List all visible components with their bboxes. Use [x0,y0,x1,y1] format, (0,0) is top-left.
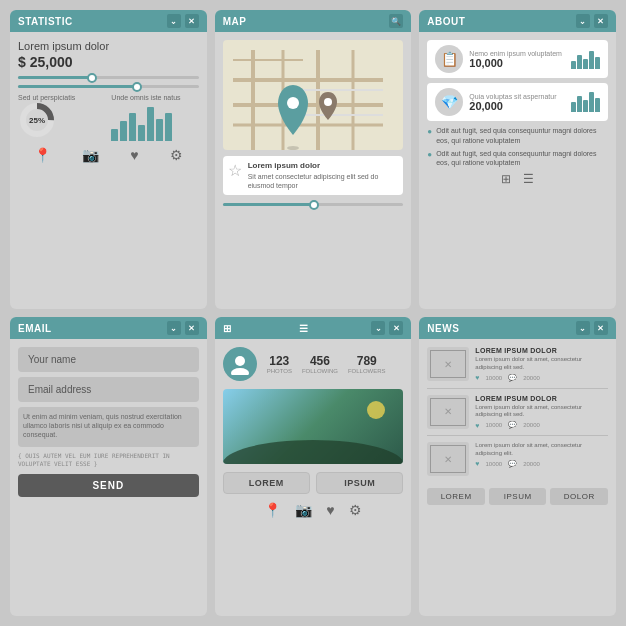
sun-element [367,401,385,419]
email-textarea[interactable]: Ut enim ad minim veniam, quis nostrud ex… [18,407,199,447]
gear-icon[interactable]: ⚙ [170,147,183,163]
photos-label: PHOTOS [267,368,292,374]
profile-action-btns: LOREM IPSUM [223,472,404,494]
about-list-icon[interactable]: ☰ [523,172,534,186]
map-search-icon[interactable]: 🔍 [389,14,403,28]
send-button[interactable]: SEND [18,474,199,497]
profile-info-row: 123 PHOTOS 456 FOLLOWING 789 FOLLOWERS [223,347,404,381]
profile-heart-icon[interactable]: ♥ [326,502,334,518]
photos-stat: 123 PHOTOS [267,354,292,374]
followers-label: FOLLOWERS [348,368,386,374]
about-item2: 💎 Quia voluptas sit aspernatur 20,000 [427,83,608,121]
news-thumb3 [427,442,469,476]
profile-close-icon[interactable]: ✕ [389,321,403,335]
location-icon[interactable]: 📍 [34,147,51,163]
profile-location-icon[interactable]: 📍 [264,502,281,518]
email-address-input[interactable]: Email address [18,377,199,402]
about-body: 📋 Nemo enim ipsum voluptatem 10,000 💎 Qu… [419,32,616,309]
about-item1: 📋 Nemo enim ipsum voluptatem 10,000 [427,40,608,78]
about-close-icon[interactable]: ✕ [594,14,608,28]
map-star-icon[interactable]: ☆ [228,161,242,190]
about-footer: ⊞ ☰ [427,172,608,186]
profile-camera-icon[interactable]: 📷 [295,502,312,518]
news-comment-icon1: 💬 [508,374,517,382]
statistic-title: STATISTIC [18,16,167,27]
news-item1: LOREM IPSUM DOLOR Lorem ipsum dolor sit … [427,347,608,389]
map-slider[interactable] [223,203,404,206]
lorem-button[interactable]: LOREM [223,472,310,494]
profile-gear-icon[interactable]: ⚙ [349,502,362,518]
statistic-chevron-icon[interactable]: ⌄ [167,14,181,28]
news-item3: Lorem ipsum dolor sit amet, consectetur … [427,442,608,482]
news-thumb2 [427,395,469,429]
news-content2: LOREM IPSUM DOLOR Lorem ipsum dolor sit … [475,395,608,430]
news-comment-icon3: 💬 [508,460,517,468]
news-title2: LOREM IPSUM DOLOR [475,395,608,402]
news-heart-icon3: ♥ [475,460,479,467]
about-num2: 20,000 [469,100,565,112]
profile-panel: ⊞ ☰ ⌄ ✕ 123 PHOTOS 456 FOLLO [215,317,412,616]
news-text2: Lorem ipsum dolor sit amet, consectetur … [475,404,608,420]
news-comment-icon2: 💬 [508,421,517,429]
email-body: Your name Email address Ut enim ad minim… [10,339,207,616]
news-close-icon[interactable]: ✕ [594,321,608,335]
news-panel: NEWS ⌄ ✕ LOREM IPSUM DOLOR Lorem ipsum d… [419,317,616,616]
news-item2: LOREM IPSUM DOLOR Lorem ipsum dolor sit … [427,395,608,437]
followers-stat: 789 FOLLOWERS [348,354,386,374]
statistic-header: STATISTIC ⌄ ✕ [10,10,207,32]
camera-icon[interactable]: 📷 [82,147,99,163]
profile-list-icon[interactable]: ☰ [299,323,371,334]
email-header: EMAIL ⌄ ✕ [10,317,207,339]
profile-photo [223,389,404,464]
stat-slider2[interactable] [18,85,199,88]
news-comments2: 20000 [523,422,540,428]
statistic-body: Lorem ipsum dolor $ 25,000 Sed ut perspi… [10,32,207,309]
stat-bar-chart [111,105,198,141]
stat-footer-icons: 📍 📷 ♥ ⚙ [18,147,199,163]
about-bars1 [571,49,600,69]
map-svg [223,40,404,150]
news-title: NEWS [427,323,576,334]
stat-slider1[interactable] [18,76,199,79]
svg-point-16 [231,368,249,375]
photo-silhouette [223,424,404,464]
ipsum-button[interactable]: IPSUM [316,472,403,494]
statistic-close-icon[interactable]: ✕ [185,14,199,28]
profile-avatar [223,347,257,381]
about-grid-icon[interactable]: ⊞ [501,172,511,186]
profile-header-icons: ⌄ ✕ [371,321,403,335]
email-header-icons: ⌄ ✕ [167,321,199,335]
about-title: ABOUT [427,16,576,27]
about-text1: Nemo enim ipsum voluptatem 10,000 [469,50,565,69]
news-lorem-btn[interactable]: LOREM [427,488,485,505]
bar7 [165,113,172,141]
email-close-icon[interactable]: ✕ [185,321,199,335]
news-dolor-btn[interactable]: DOLOR [550,488,608,505]
news-heart-icon1: ♥ [475,374,479,381]
stat-lorem-title: Lorem ipsum dolor [18,40,199,52]
stat-row: Sed ut perspiciatis 25% Unde omnis iste … [18,94,199,141]
about-chevron-icon[interactable]: ⌄ [576,14,590,28]
news-likes1: 10000 [485,375,502,381]
news-likes2: 10000 [485,422,502,428]
email-panel: EMAIL ⌄ ✕ Your name Email address Ut eni… [10,317,207,616]
email-chevron-icon[interactable]: ⌄ [167,321,181,335]
followers-count: 789 [348,354,386,368]
map-container[interactable] [223,40,404,150]
email-name-input[interactable]: Your name [18,347,199,372]
profile-grid-icon[interactable]: ⊞ [223,323,295,334]
news-header-icons: ⌄ ✕ [576,321,608,335]
news-header: NEWS ⌄ ✕ [419,317,616,339]
news-ipsum-btn[interactable]: IPSUM [489,488,547,505]
map-header: MAP 🔍 [215,10,412,32]
news-chevron-icon[interactable]: ⌄ [576,321,590,335]
about-header: ABOUT ⌄ ✕ [419,10,616,32]
map-desc-body: Sit amet consectetur adipiscing elit sed… [248,172,399,190]
about-text2: Quia voluptas sit aspernatur 20,000 [469,93,565,112]
profile-chevron-icon[interactable]: ⌄ [371,321,385,335]
profile-body: 123 PHOTOS 456 FOLLOWING 789 FOLLOWERS [215,339,412,616]
heart-icon[interactable]: ♥ [130,147,138,163]
map-desc-text-wrap: Lorem ipsum dolor Sit amet consectetur a… [248,161,399,190]
about-diamond-icon: 💎 [435,88,463,116]
news-content1: LOREM IPSUM DOLOR Lorem ipsum dolor sit … [475,347,608,382]
